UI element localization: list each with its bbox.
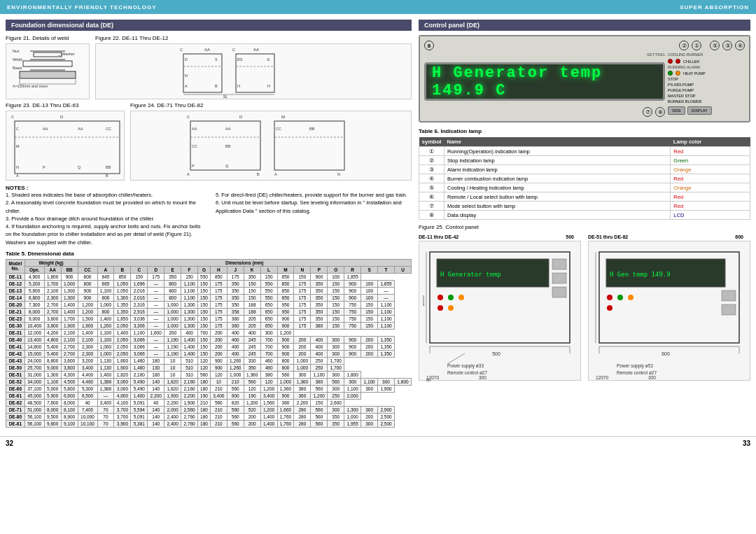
data-cell: 300: [328, 406, 344, 413]
data-cell: 800: [164, 287, 181, 294]
data-cell: 5,490: [131, 378, 148, 385]
data-cell: 900: [344, 287, 361, 294]
svg-rect-6: [23, 61, 72, 66]
data-cell: 150: [328, 315, 344, 322]
data-cell: 560: [311, 420, 328, 427]
left-section-title: Foundation dimensional data (DE): [6, 20, 412, 31]
fig21-diagram: Nut Weld Base Washer A=150mm and more: [6, 43, 90, 99]
data-cell: 350: [328, 413, 344, 420]
header: Environmentally Friendly Technology Supe…: [0, 0, 756, 14]
data-cell: 3,066: [131, 336, 148, 343]
data-cell: —: [148, 301, 164, 308]
de-model-cell: DE-20: [6, 301, 25, 308]
svg-text:600: 600: [662, 351, 670, 356]
note-1: 1. Shaded area indicates the base of abs…: [6, 191, 202, 199]
th-n: N: [294, 266, 311, 273]
table-row: DE-3010,4003,8001,9001,9001,2002,0503,30…: [6, 322, 412, 329]
de-model-cell: DE-14: [6, 294, 25, 301]
data-cell: 1,190: [164, 350, 181, 357]
data-cell: 2,500: [378, 420, 395, 427]
data-cell: 700: [198, 329, 211, 336]
data-cell: 4,300: [61, 371, 78, 378]
data-cell: 1,050: [114, 280, 131, 287]
svg-text:500: 500: [492, 351, 500, 356]
de-model-cell: DE-60: [6, 385, 25, 392]
data-cell: 4,600: [114, 392, 131, 399]
lamp-table-row: ⑤Cooling / Heating indication lampOrange: [419, 183, 750, 192]
lamp-name: Mode select button with lamp: [444, 202, 671, 211]
data-cell: 900: [227, 392, 244, 399]
right-panel: Control panel (DE) 8 ② ① ⑤ ③ ④: [419, 20, 750, 428]
display-btn[interactable]: DISPLAY: [687, 106, 712, 115]
side-btn[interactable]: SIDE: [668, 106, 685, 115]
svg-text:H Gen temp 149.9: H Gen temp 149.9: [610, 271, 671, 278]
data-cell: 650: [260, 308, 277, 315]
data-cell: 1,200: [311, 392, 328, 399]
note-5: 5. For direct-fired (DE) chiller/heaters…: [216, 191, 412, 199]
data-cell: 1,100: [378, 308, 395, 315]
svg-text:C: C: [180, 48, 183, 52]
data-cell: 7,400: [78, 406, 97, 413]
data-cell: 1,300: [344, 406, 361, 413]
led-cooling: [668, 59, 673, 64]
fig25-label: Figure 25. Control panel: [419, 224, 750, 230]
data-cell: 3,800: [61, 364, 78, 371]
master-stop-label: MASTER STOP: [668, 94, 745, 98]
data-cell: 300: [260, 329, 277, 336]
note-2: 2. A reasonably level concrete foundatio…: [6, 199, 202, 215]
svg-text:C: C: [187, 115, 190, 119]
table-row: DE-207,3002,7001,4001,2001,0001,3502,316…: [6, 301, 412, 308]
data-cell: —: [148, 308, 164, 315]
data-cell: 200: [361, 413, 378, 420]
data-cell: 700: [260, 336, 277, 343]
data-cell: 280: [294, 420, 311, 427]
data-cell: 4,400: [78, 371, 97, 378]
svg-point-97: [617, 295, 623, 300]
table-row: DE-114,9001,8009008008458501501753501505…: [6, 273, 412, 280]
svg-text:CC: CC: [106, 127, 111, 131]
lamp-color: Orange: [671, 183, 750, 192]
data-cell: 1,700: [328, 357, 344, 364]
data-cell: 1,800: [44, 273, 61, 280]
lamp-symbol: ④: [419, 174, 444, 183]
svg-text:D: D: [239, 115, 243, 119]
lamp-symbol: ①: [419, 147, 444, 156]
data-cell: —: [378, 294, 395, 301]
data-cell: 10,400: [24, 322, 44, 329]
lamp-table-row: ①Running(Operation) indication lampRed: [419, 147, 750, 156]
fig25-right: DE-51 thru DE-82 600 H Gen temp 149.9: [588, 234, 750, 381]
data-cell: 900: [344, 343, 361, 350]
th-t: T: [378, 266, 395, 273]
lamp-color: Red: [671, 192, 750, 202]
data-cell: 3,036: [131, 315, 148, 322]
data-cell: 150: [198, 336, 211, 343]
notes-col-left: 1. Shaded area indicates the base of abs…: [6, 191, 202, 246]
data-cell: 140: [148, 413, 164, 420]
svg-point-78: [448, 305, 454, 311]
data-cell: 245: [244, 343, 260, 350]
stop-label: STOP: [668, 77, 678, 81]
svg-text:BB: BB: [309, 127, 315, 131]
data-cell: 6,600: [61, 392, 78, 399]
data-cell: 175: [210, 301, 227, 308]
data-cell: 820: [227, 399, 244, 406]
data-cell: 1,820: [164, 378, 181, 385]
data-cell: —: [148, 280, 164, 287]
data-cell: 700: [260, 350, 277, 357]
svg-text:B: B: [106, 174, 108, 178]
data-cell: 850: [277, 280, 294, 287]
data-cell: 3,800: [44, 322, 61, 329]
svg-text:300: 300: [648, 375, 656, 380]
data-cell: 950: [277, 308, 294, 315]
data-cell: 1,130: [97, 364, 114, 371]
svg-text:C: C: [11, 115, 15, 119]
data-cell: 175: [210, 287, 227, 294]
data-cell: 100: [361, 280, 378, 287]
table-row: DE-3112,0004,2002,1001,4001,1001,4001,10…: [6, 329, 412, 336]
de-model-cell: DE-61: [6, 392, 25, 399]
top-right-circles: ② ① ⑤ ③ ④: [679, 41, 745, 50]
svg-text:B: B: [257, 172, 260, 176]
data-cell: 1,100: [378, 301, 395, 308]
data-cell: 400: [227, 343, 244, 350]
data-cell: 150: [328, 308, 344, 315]
